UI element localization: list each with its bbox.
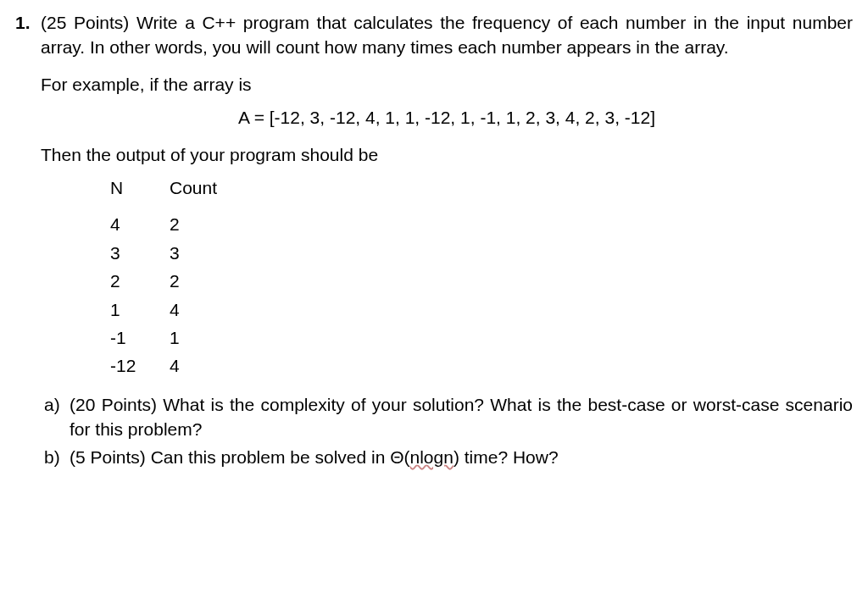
cell-n: 3 xyxy=(110,241,170,265)
subpart-a-text: (20 Points) What is the complexity of yo… xyxy=(70,392,853,442)
table-header-row: N Count xyxy=(110,175,853,200)
subparts-list: a) (20 Points) What is the complexity of… xyxy=(44,392,853,470)
table-row: 1 4 xyxy=(110,297,853,322)
array-display: A = [-12, 3, -12, 4, 1, 1, -12, 1, -1, 1… xyxy=(41,105,853,130)
cell-n: -1 xyxy=(110,325,170,350)
cell-count: 3 xyxy=(170,241,237,265)
cell-count: 2 xyxy=(170,212,237,236)
question-wrapper: 1. (25 Points) Write a C++ program that … xyxy=(15,10,853,474)
question-number: 1. xyxy=(15,10,41,35)
output-intro: Then the output of your program should b… xyxy=(41,142,853,167)
theta-symbol: Θ( xyxy=(390,447,409,467)
table-row: -1 1 xyxy=(110,325,853,350)
question-body: (25 Points) Write a C++ program that cal… xyxy=(41,10,853,474)
cell-count: 4 xyxy=(170,353,237,378)
points-prefix: (25 Points) xyxy=(41,13,136,32)
subpart-b-marker: b) xyxy=(44,445,70,469)
cell-n: 4 xyxy=(110,212,170,236)
subpart-a: a) (20 Points) What is the complexity of… xyxy=(44,392,853,442)
cell-n: -12 xyxy=(110,353,170,378)
table-row: 4 2 xyxy=(110,212,853,236)
cell-n: 2 xyxy=(110,269,170,293)
cell-count: 2 xyxy=(170,269,237,293)
subpart-b-text: (5 Points) Can this problem be solved in… xyxy=(70,445,853,469)
subpart-b-suffix: ) time? How? xyxy=(453,447,559,467)
cell-count: 4 xyxy=(170,297,237,322)
table-row: 2 2 xyxy=(110,269,853,293)
example-intro: For example, if the array is xyxy=(41,72,853,97)
table-row: 3 3 xyxy=(110,241,853,265)
question-text: (25 Points) Write a C++ program that cal… xyxy=(41,10,853,60)
subpart-b: b) (5 Points) Can this problem be solved… xyxy=(44,445,853,469)
subpart-a-marker: a) xyxy=(44,392,70,417)
table-row: -12 4 xyxy=(110,353,853,378)
question-main-text: Write a C++ program that calculates the … xyxy=(41,13,853,57)
frequency-table: N Count 4 2 3 3 2 2 1 4 -1 1 xyxy=(110,175,853,379)
cell-n: 1 xyxy=(110,297,170,322)
header-count: Count xyxy=(170,175,237,200)
cell-count: 1 xyxy=(170,325,237,350)
subpart-b-prefix: (5 Points) Can this problem be solved in xyxy=(70,447,390,467)
header-n: N xyxy=(110,175,170,200)
nlogn-text: nlogn xyxy=(410,447,453,467)
